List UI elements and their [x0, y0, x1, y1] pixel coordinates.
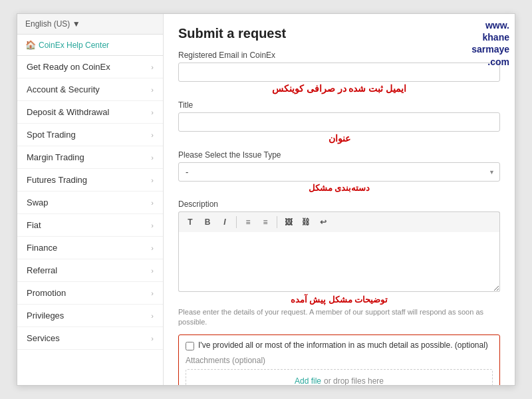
description-textarea[interactable] — [178, 232, 500, 292]
watermark: www. khane sarmaye .com — [471, 19, 509, 68]
sidebar-item-8[interactable]: Finance› — [17, 237, 163, 259]
sidebar-item-7[interactable]: Fiat› — [17, 214, 163, 237]
sidebar-item-11[interactable]: Privileges› — [17, 305, 163, 327]
toolbar-image-btn[interactable]: 🖼 — [281, 215, 296, 229]
toolbar-italic-btn[interactable]: I — [217, 215, 232, 229]
sidebar-item-label-0: Get Ready on CoinEx — [27, 62, 110, 72]
chevron-icon-4: › — [151, 154, 154, 162]
chevron-icon-2: › — [151, 108, 154, 116]
sidebar-item-2[interactable]: Deposit & Withdrawal› — [17, 101, 163, 124]
toolbar-divider-1 — [236, 216, 237, 228]
description-label: Description — [178, 200, 500, 209]
sidebar-item-12[interactable]: Services› — [17, 327, 163, 350]
nav-items-container: Get Ready on CoinEx›Account & Security›D… — [17, 56, 163, 350]
email-section: Registered Email in CoinEx ایمیل ثبت شده… — [178, 51, 500, 94]
attach-drop-zone[interactable]: Add file or drop files here — [186, 369, 493, 385]
sidebar-item-3[interactable]: Spot Trading› — [17, 124, 163, 146]
chevron-icon-6: › — [151, 199, 154, 207]
toolbar-divider-2 — [277, 216, 277, 228]
issue-select-wrapper: - — [178, 162, 500, 182]
chevron-icon-5: › — [151, 176, 154, 184]
sidebar-item-4[interactable]: Margin Trading› — [17, 146, 163, 169]
breadcrumb-link[interactable]: CoinEx Help Center — [39, 41, 109, 50]
chevron-icon-0: › — [151, 63, 154, 71]
sidebar-item-label-1: Account & Security — [27, 84, 100, 94]
sidebar-item-label-6: Swap — [27, 198, 49, 207]
checkbox-attachments-section: I've provided all or most of the informa… — [178, 334, 500, 385]
toolbar-olist-btn[interactable]: ≡ — [258, 215, 273, 229]
sidebar-item-label-12: Services — [27, 333, 60, 343]
sidebar-item-label-8: Finance — [27, 243, 57, 253]
chevron-icon-11: › — [151, 312, 154, 320]
email-input[interactable] — [178, 63, 500, 82]
description-section: Description T B I ≡ ≡ 🖼 ⛓ ↩ توضیحات مشکل… — [178, 200, 500, 328]
title-annotation: عنوان — [178, 133, 500, 144]
issue-annotation: دسته‌بندی مشکل — [178, 183, 500, 193]
sidebar-item-label-4: Margin Trading — [27, 152, 84, 162]
breadcrumb: 🏠 CoinEx Help Center — [17, 35, 163, 56]
email-annotation: ایمیل ثبت شده در صرافی کوینکس — [178, 83, 500, 94]
email-label: Registered Email in CoinEx — [178, 51, 500, 60]
home-icon[interactable]: 🏠 — [25, 40, 36, 50]
chevron-icon-3: › — [151, 131, 154, 139]
provided-info-checkbox[interactable] — [186, 342, 194, 350]
chevron-icon-8: › — [151, 244, 154, 252]
issue-section: Please Select the Issue Type - دسته‌بندی… — [178, 150, 500, 193]
toolbar-undo-btn[interactable]: ↩ — [316, 215, 331, 229]
chevron-icon-7: › — [151, 221, 154, 229]
toolbar-text-btn[interactable]: T — [183, 215, 198, 229]
language-label: English (US) ▼ — [25, 19, 80, 29]
title-label: Title — [178, 100, 500, 110]
toolbar-bold-btn[interactable]: B — [200, 215, 215, 229]
page-title: Submit a request — [178, 26, 500, 41]
language-selector[interactable]: English (US) ▼ — [17, 14, 163, 35]
chevron-icon-12: › — [151, 334, 154, 342]
sidebar-item-label-9: Referral — [27, 265, 57, 275]
chevron-icon-1: › — [151, 86, 154, 94]
issue-label: Please Select the Issue Type — [178, 150, 500, 160]
sidebar-item-label-10: Promotion — [27, 288, 66, 298]
sidebar-item-label-5: Futures Trading — [27, 175, 87, 185]
sidebar-item-label-3: Spot Trading — [27, 130, 76, 140]
sidebar-item-10[interactable]: Promotion› — [17, 282, 163, 305]
sidebar-item-6[interactable]: Swap› — [17, 192, 163, 214]
main-container: English (US) ▼ 🏠 CoinEx Help Center Get … — [17, 13, 515, 386]
toolbar-link-btn[interactable]: ⛓ — [299, 215, 313, 229]
description-helper: Please enter the details of your request… — [178, 307, 500, 328]
sidebar-item-label-2: Deposit & Withdrawal — [27, 107, 109, 117]
main-content: www. khane sarmaye .com Submit a request… — [164, 14, 515, 385]
description-toolbar: T B I ≡ ≡ 🖼 ⛓ ↩ — [178, 211, 500, 232]
description-annotation: توضیحات مشکل پیش آمده — [291, 295, 388, 305]
chevron-icon-10: › — [151, 289, 154, 297]
title-input[interactable] — [178, 112, 500, 132]
sidebar-item-label-7: Fiat — [27, 220, 41, 230]
sidebar-item-0[interactable]: Get Ready on CoinEx› — [17, 56, 163, 78]
checkbox-row: I've provided all or most of the informa… — [186, 340, 493, 350]
chevron-icon-9: › — [151, 267, 154, 275]
issue-select[interactable]: - — [178, 162, 500, 182]
attachments-label: Attachments (optional) — [186, 356, 493, 365]
checkbox-label: I've provided all or most of the informa… — [198, 340, 488, 350]
sidebar-item-5[interactable]: Futures Trading› — [17, 169, 163, 192]
title-section: Title عنوان — [178, 100, 500, 144]
add-file-link[interactable]: Add file — [295, 376, 321, 385]
sidebar-item-label-11: Privileges — [27, 311, 64, 321]
toolbar-list-btn[interactable]: ≡ — [241, 215, 255, 229]
sidebar-item-1[interactable]: Account & Security› — [17, 78, 163, 101]
sidebar: English (US) ▼ 🏠 CoinEx Help Center Get … — [17, 14, 164, 385]
drop-text: or drop files here — [324, 376, 384, 385]
sidebar-item-9[interactable]: Referral› — [17, 259, 163, 282]
